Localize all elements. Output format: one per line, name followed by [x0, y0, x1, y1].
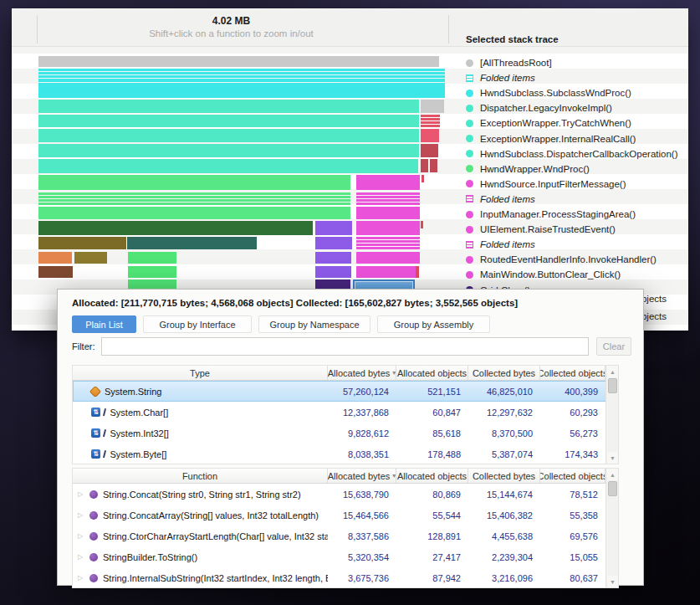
flame-frame[interactable] [38, 266, 73, 278]
flame-frame[interactable] [421, 221, 423, 228]
table-row[interactable]: ▷String.ConcatArray(String[] values, Int… [73, 505, 618, 526]
flame-frame[interactable] [38, 144, 419, 157]
flame-frame[interactable] [38, 252, 72, 264]
flame-frame[interactable] [128, 252, 176, 264]
flame-frame[interactable] [38, 115, 419, 127]
flame-frame[interactable] [74, 252, 107, 264]
flame-frame[interactable] [38, 79, 445, 82]
clear-filter-button[interactable]: Clear [596, 337, 631, 356]
column-header-collected-objects[interactable]: Collected objects [540, 366, 605, 380]
flame-frame[interactable] [421, 159, 428, 172]
flame-frame[interactable] [38, 175, 350, 190]
flame-frame[interactable] [421, 144, 438, 157]
flame-frame[interactable] [430, 159, 437, 172]
flame-frame[interactable] [356, 237, 420, 249]
scroll-up-icon[interactable]: ▲ [607, 366, 618, 377]
table-row[interactable]: ⇅System.Char[]12,337,86860,84712,297,632… [73, 402, 618, 423]
flame-frame[interactable] [356, 266, 416, 278]
filter-input[interactable] [101, 337, 589, 356]
stack-trace-item[interactable]: Folded items [466, 237, 535, 252]
flame-frame[interactable] [356, 203, 420, 205]
column-header-allocated-objects[interactable]: Allocated objects [396, 469, 468, 483]
flame-frame[interactable] [38, 159, 418, 173]
flame-frame[interactable] [38, 56, 439, 67]
flame-frame[interactable] [315, 252, 351, 264]
stack-trace-item[interactable]: HwndSource.InputFilterMessage() [466, 177, 626, 192]
flame-frame[interactable] [38, 129, 419, 142]
flame-frame[interactable] [356, 192, 420, 195]
flame-frame[interactable] [356, 175, 420, 190]
table-row[interactable]: ▷String.InternalSubString(Int32 startInd… [73, 567, 618, 588]
scrollbar-thumb[interactable] [608, 378, 617, 393]
flame-frame[interactable] [38, 100, 419, 113]
flame-frame[interactable] [127, 237, 257, 249]
stack-trace-item[interactable]: InputManager.ProcessStagingArea() [466, 207, 636, 222]
stack-trace-item[interactable]: ExceptionWrapper.TryCatchWhen() [466, 115, 631, 131]
scroll-down-icon[interactable]: ▼ [607, 452, 618, 464]
flame-frame[interactable] [356, 196, 420, 198]
flame-frame[interactable] [421, 129, 439, 142]
expand-arrow-icon[interactable]: ▷ [78, 511, 84, 519]
stack-trace-item[interactable]: RoutedEventHandlerInfo.InvokeHandler() [466, 252, 657, 267]
flame-frame[interactable] [356, 207, 420, 219]
column-header-function[interactable]: Function [73, 469, 328, 483]
flame-frame[interactable] [315, 237, 352, 249]
flame-frame[interactable] [356, 252, 420, 264]
flame-frame[interactable] [38, 237, 126, 249]
table-row[interactable]: ⇅System.Int32[]9,828,61285,6188,370,5005… [73, 423, 618, 443]
flame-frame[interactable] [38, 83, 445, 98]
flame-frame[interactable] [421, 115, 440, 127]
stack-trace-item[interactable]: HwndSubclass.SubclassWndProc() [466, 85, 631, 100]
column-header-collected-objects[interactable]: Collected objects [540, 469, 605, 483]
column-header-collected-bytes[interactable]: Collected bytes [468, 469, 540, 483]
expand-arrow-icon[interactable]: ▷ [78, 574, 84, 582]
vertical-scrollbar[interactable]: ▲▼ [605, 366, 618, 464]
table-row[interactable]: ▷String.CtorCharArrayStartLength(Char[] … [73, 526, 618, 546]
flame-frame[interactable] [38, 199, 350, 202]
flame-frame[interactable] [315, 266, 351, 278]
table-row[interactable]: ▷String.Concat(String str0, String str1,… [73, 484, 618, 505]
column-header-allocated-bytes[interactable]: Allocated bytes▾ [328, 366, 396, 380]
flame-frame[interactable] [356, 221, 420, 235]
stack-trace-item[interactable]: HwndSubclass.DispatcherCallbackOperation… [466, 146, 678, 162]
stack-trace-item[interactable]: UIElement.RaiseTrustedEvent() [466, 222, 616, 237]
expand-arrow-icon[interactable]: ▷ [78, 490, 84, 498]
flame-frame[interactable] [38, 196, 350, 198]
flame-frame[interactable] [38, 72, 445, 74]
vertical-scrollbar[interactable]: ▲▼ [605, 469, 618, 587]
stack-trace-item[interactable]: [AllThreadsRoot] [466, 55, 552, 70]
tab-group-by-assembly[interactable]: Group by Assembly [377, 315, 490, 333]
scrollbar-thumb[interactable] [608, 481, 617, 496]
flame-frame[interactable] [128, 266, 176, 278]
expand-arrow-icon[interactable]: ▷ [78, 532, 84, 540]
table-row[interactable]: System.String57,260,124521,15146,825,010… [73, 381, 618, 402]
stack-trace-item[interactable]: Folded items [466, 192, 535, 207]
flame-frame[interactable] [38, 192, 350, 195]
flame-frame[interactable] [315, 221, 352, 235]
flame-frame[interactable] [416, 266, 419, 278]
expand-arrow-icon[interactable]: ▷ [78, 553, 84, 561]
flame-frame[interactable] [356, 199, 420, 202]
stack-trace-item[interactable]: MainWindow.ButtonClear_Click() [466, 267, 621, 282]
table-row[interactable]: ▷StringBuilder.ToString()5,320,35427,417… [73, 546, 618, 567]
flame-frame[interactable] [422, 175, 424, 182]
flame-frame[interactable] [38, 207, 350, 219]
scroll-up-icon[interactable]: ▲ [607, 469, 618, 480]
flame-frame[interactable] [421, 100, 444, 113]
tab-group-by-interface[interactable]: Group by Interface [143, 315, 252, 333]
column-header-allocated-objects[interactable]: Allocated objects [396, 366, 468, 380]
stack-trace-item[interactable]: HwndWrapper.WndProc() [466, 162, 590, 177]
flame-frame[interactable] [38, 69, 445, 71]
tab-plain-list[interactable]: Plain List [72, 315, 136, 333]
column-header-allocated-bytes[interactable]: Allocated bytes▾ [328, 469, 396, 483]
flame-frame[interactable] [38, 203, 350, 205]
tab-group-by-namespace[interactable]: Group by Namespace [258, 315, 370, 333]
column-header-collected-bytes[interactable]: Collected bytes [468, 366, 540, 380]
table-row[interactable]: ⇅System.Byte[]8,038,351178,4885,387,0741… [73, 443, 618, 464]
stack-trace-item[interactable]: Folded items [466, 70, 535, 85]
scroll-down-icon[interactable]: ▼ [607, 576, 618, 587]
stack-trace-item[interactable]: Dispatcher.LegacyInvokeImpl() [466, 100, 612, 115]
flame-frame[interactable] [38, 75, 445, 78]
flame-frame[interactable] [38, 221, 313, 235]
stack-trace-item[interactable]: ExceptionWrapper.InternalRealCall() [466, 131, 636, 146]
